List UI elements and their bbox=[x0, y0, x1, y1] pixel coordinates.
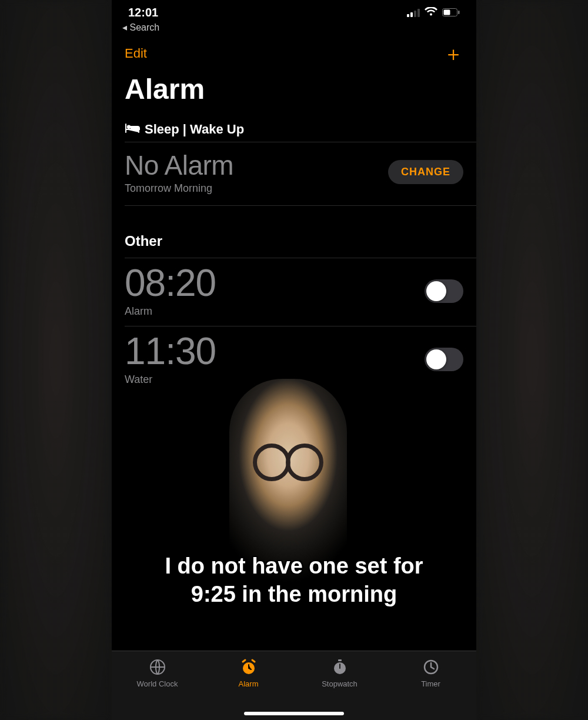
letterbox-right bbox=[476, 0, 588, 720]
caption-line-1: I do not have one set for bbox=[165, 554, 423, 578]
sleep-header-label: Sleep | Wake Up bbox=[145, 122, 244, 137]
timer-icon bbox=[421, 657, 441, 677]
change-button[interactable]: CHANGE bbox=[388, 160, 463, 184]
alarm-toggle[interactable] bbox=[425, 348, 463, 371]
wifi-icon bbox=[425, 6, 437, 19]
stopwatch-icon bbox=[330, 657, 350, 677]
alarm-row[interactable]: 08:20 Alarm bbox=[112, 258, 476, 326]
svg-rect-6 bbox=[338, 659, 342, 661]
back-search[interactable]: ◂ Search bbox=[112, 19, 476, 33]
tab-world-clock[interactable]: World Clock bbox=[125, 657, 190, 688]
other-section-header: Other bbox=[112, 206, 476, 258]
alarm-time: 11:30 bbox=[125, 332, 216, 370]
page-title: Alarm bbox=[112, 66, 476, 122]
tab-label: Stopwatch bbox=[322, 679, 358, 688]
battery-icon bbox=[442, 6, 460, 19]
tab-bar: World Clock Alarm Stopwatch Timer bbox=[112, 651, 476, 720]
tab-label: Timer bbox=[421, 679, 440, 688]
tab-alarm[interactable]: Alarm bbox=[216, 657, 281, 688]
chevron-left-icon: ◂ bbox=[122, 22, 129, 32]
add-alarm-button[interactable]: ＋ bbox=[443, 44, 463, 64]
back-search-label: Search bbox=[129, 22, 159, 32]
alarm-time: 08:20 bbox=[125, 264, 216, 302]
status-bar: 12:01 bbox=[112, 0, 476, 19]
alarm-clock-icon bbox=[239, 657, 259, 677]
tab-label: World Clock bbox=[137, 679, 178, 688]
letterbox-left bbox=[0, 0, 112, 720]
sleep-section-header: Sleep | Wake Up bbox=[112, 122, 476, 142]
edit-button[interactable]: Edit bbox=[125, 46, 147, 61]
tab-label: Alarm bbox=[239, 679, 259, 688]
video-caption: I do not have one set for 9:25 in the mo… bbox=[112, 552, 476, 608]
tab-timer[interactable]: Timer bbox=[399, 657, 463, 688]
home-indicator[interactable] bbox=[244, 712, 344, 715]
caption-line-2: 9:25 in the morning bbox=[191, 582, 397, 606]
phone-frame: 12:01 ◂ Search Edit bbox=[112, 0, 476, 720]
tab-stopwatch[interactable]: Stopwatch bbox=[308, 657, 372, 688]
sleep-alarm-subtitle: Tomorrow Morning bbox=[125, 182, 233, 195]
status-time: 12:01 bbox=[128, 6, 158, 19]
bed-icon bbox=[125, 122, 140, 137]
alarm-label: Water bbox=[125, 374, 216, 386]
sleep-wake-row[interactable]: No Alarm Tomorrow Morning CHANGE bbox=[112, 142, 476, 205]
svg-rect-2 bbox=[458, 11, 460, 14]
sleep-alarm-status: No Alarm bbox=[125, 149, 233, 181]
svg-rect-1 bbox=[444, 10, 450, 15]
alarm-toggle[interactable] bbox=[425, 279, 463, 303]
globe-icon bbox=[148, 657, 168, 677]
cellular-icon bbox=[407, 9, 420, 17]
alarm-label: Alarm bbox=[125, 305, 216, 318]
